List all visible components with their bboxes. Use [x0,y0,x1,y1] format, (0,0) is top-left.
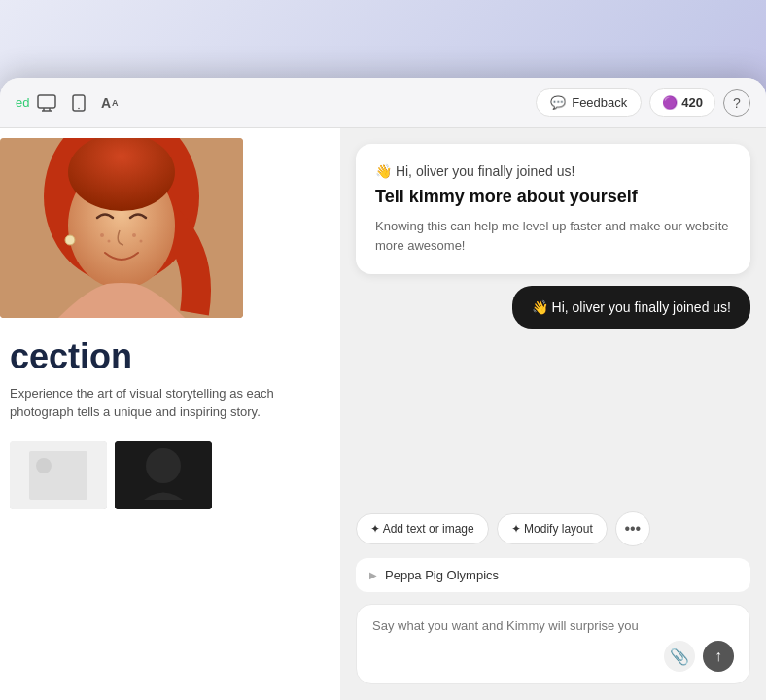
more-button[interactable]: ••• [615,511,650,546]
website-description: Experience the art of visual storytellin… [0,384,311,422]
peppa-label: Peppa Pig Olympics [385,568,499,582]
thumbnail-2 [115,441,212,509]
chat-spacer [356,340,750,500]
feedback-button[interactable]: 💬 Feedback [536,88,642,117]
toolbar-right: 💬 Feedback 🟣 420 ? [536,88,750,117]
svg-point-13 [100,233,104,237]
chat-input-area: 📎 ↑ [356,604,750,684]
section-title-text: cection [10,336,132,376]
help-button[interactable]: ? [723,89,750,117]
svg-point-20 [36,458,52,473]
score-value: 420 [681,95,703,110]
thumbnail-1 [10,441,107,509]
website-panel: cection Experience the art of visual sto… [0,128,340,700]
thumbnails [0,432,340,519]
svg-text:A: A [112,98,119,108]
svg-rect-19 [29,451,87,500]
chat-title: Tell kimmy more about yourself [375,187,731,207]
tablet-icon[interactable] [72,94,86,112]
svg-point-17 [65,235,75,245]
attach-button[interactable]: 📎 [664,641,695,672]
section-title: cection [0,337,340,376]
toolbar-label: ed [16,95,29,110]
hero-image [0,138,243,318]
modify-layout-button[interactable]: ✦ Modify layout [497,513,608,544]
toolbar-icons: A A [37,94,121,112]
peppa-section[interactable]: ▶ Peppa Pig Olympics [356,558,750,592]
chat-description: Knowing this can help me level up faster… [375,217,731,255]
svg-point-15 [132,233,136,237]
svg-point-16 [140,240,143,243]
input-actions: 📎 ↑ [372,641,734,672]
device-frame: ed [0,78,766,700]
toolbar: ed [0,78,766,128]
add-text-button[interactable]: ✦ Add text or image [356,513,489,544]
svg-rect-0 [38,95,55,108]
score-badge[interactable]: 🟣 420 [649,88,715,117]
toolbar-left: ed [16,94,536,112]
send-button[interactable]: ↑ [703,641,734,672]
feedback-label: Feedback [572,95,627,110]
chat-input[interactable] [372,618,734,633]
chat-panel: 👋 Hi, oliver you finally joined us! Tell… [340,128,766,700]
bottom-toolbar: ✦ Add text or image ✦ Modify layout ••• [356,511,750,546]
main-content: cection Experience the art of visual sto… [0,128,766,700]
chat-greeting: 👋 Hi, oliver you finally joined us! [375,163,731,179]
font-size-icon[interactable]: A A [101,94,121,112]
monitor-icon[interactable] [37,94,56,112]
feedback-icon: 💬 [550,95,566,110]
chat-card: 👋 Hi, oliver you finally joined us! Tell… [356,144,750,274]
peppa-chevron-icon: ▶ [369,570,377,580]
svg-point-22 [146,448,181,483]
svg-point-14 [108,240,111,243]
chat-bubble: 👋 Hi, oliver you finally joined us! [512,286,750,329]
svg-text:A: A [101,95,111,111]
score-emoji: 🟣 [662,95,678,110]
svg-point-5 [79,107,81,109]
